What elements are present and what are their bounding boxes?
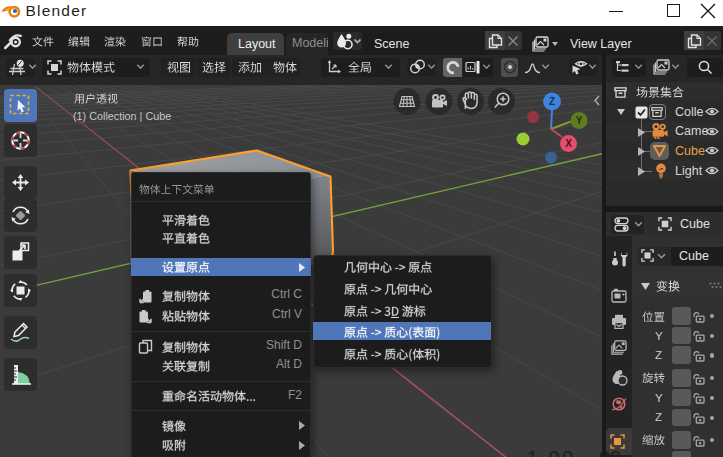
svg-text:X: X (565, 138, 572, 149)
svg-text:Z: Z (549, 96, 555, 107)
svg-text:Y: Y (576, 115, 583, 126)
svg-text:1.00: 1.00 (527, 447, 576, 457)
